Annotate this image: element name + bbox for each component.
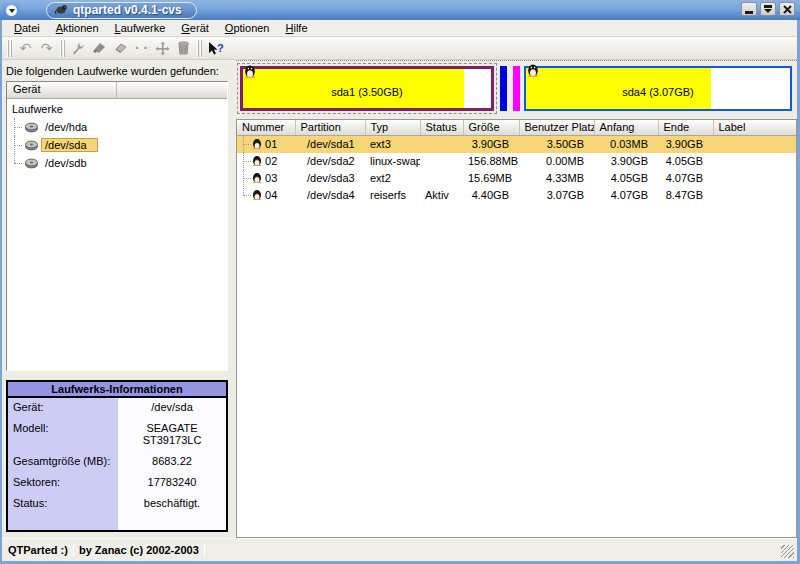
info-value-sektoren: 17783240 [118,473,226,494]
table-row[interactable]: 03 /dev/sda3 ext2 15.69MB 4.33MB 4.05GB … [237,170,796,187]
table-row[interactable]: 02 /dev/sda2 linux-swap 156.88MB 0.00MB … [237,153,796,170]
qtparted-window: qtparted v0.4.1-cvs Datei Aktionen Laufw… [0,0,800,564]
device-panel: Die folgenden Laufwerke wurden gefunden:… [2,60,230,538]
menu-aktionen[interactable]: Aktionen [50,21,105,35]
menubar: Datei Aktionen Laufwerke Gerät Optionen … [2,20,797,37]
statusbar-app-text: QTParted :) [8,544,68,556]
table-header-row: Nummer Partition Typ Status Größe Benutz… [237,120,796,135]
undo-button[interactable]: ↶ [15,39,36,58]
info-label-geraet: Gerät: [8,398,118,419]
col-partition[interactable]: Partition [295,120,365,135]
toolbar-grip[interactable] [60,40,65,57]
col-label[interactable]: Label [713,120,796,135]
col-groesse[interactable]: Größe [463,120,519,135]
info-label-modell: Modell: [8,419,118,452]
move-icon [155,41,170,56]
svg-text:?: ? [217,42,224,54]
partition-bar-sda3[interactable] [513,66,520,111]
partition-panel: sda1 (3.50GB) sda4 (3.07GB) [236,60,797,538]
info-label-status: Status: [8,494,118,515]
trash-button[interactable] [173,39,194,58]
qtparted-app-icon [55,3,68,17]
dots-icon: · · [135,40,148,56]
maximize-button[interactable] [760,2,776,16]
device-tree-header: Gerät [7,82,227,99]
menu-datei[interactable]: Datei [8,21,46,35]
redo-icon: ↷ [41,40,53,56]
tree-item-dev-hda[interactable]: /dev/hda [10,118,227,136]
window-menu-button[interactable] [3,3,20,18]
toolbar: ↶ ↷ · · ? [2,37,797,60]
drive-info-title: Laufwerks-Informationen [8,382,226,398]
window-title: qtparted v0.4.1-cvs [73,3,182,17]
found-drives-label: Die folgenden Laufwerke wurden gefunden: [2,60,230,81]
partition-bar-sda2[interactable] [500,66,507,111]
drive-info-panel: Laufwerks-Informationen Gerät: /dev/sda … [6,380,228,532]
col-ende[interactable]: Ende [658,120,713,135]
table-row[interactable]: 01 /dev/sda1 ext3 3.90GB 3.50GB 0.03MB 3… [237,135,796,153]
col-status[interactable]: Status [420,120,463,135]
minimize-icon [745,11,753,14]
col-typ[interactable]: Typ [365,120,420,135]
col-benutzer-platz[interactable]: Benutzer Platz [519,120,594,135]
menu-laufwerke[interactable]: Laufwerke [109,21,172,35]
info-value-modell: SEAGATE ST39173LC [118,419,226,452]
titlebar[interactable]: qtparted v0.4.1-cvs [0,0,800,20]
partition-bar-label: sda1 (3.50GB) [331,86,403,98]
create-button[interactable] [89,39,110,58]
partition-bar-label: sda4 (3.07GB) [622,86,694,98]
eraser-icon [113,42,128,54]
tree-item-dev-sdb[interactable]: /dev/sdb [10,154,227,172]
menu-geraet[interactable]: Gerät [175,21,215,35]
trash-icon [177,41,190,55]
wrench-icon [71,41,86,56]
tux-icon [252,137,262,152]
whats-this-button[interactable]: ? [205,39,226,58]
info-value-status: beschäftigt. [118,494,226,515]
tux-icon [252,171,262,186]
tree-root-laufwerke[interactable]: Laufwerke [10,100,227,118]
partition-bar-sda1[interactable]: sda1 (3.50GB) [240,66,494,111]
main-content: Die folgenden Laufwerke wurden gefunden:… [2,60,797,538]
disk-icon [24,138,39,153]
resize-button[interactable]: · · [131,39,152,58]
redo-button[interactable]: ↷ [36,39,57,58]
info-label-sektoren: Sektoren: [8,473,118,494]
tux-icon [252,188,262,203]
toolbar-grip[interactable] [197,40,202,57]
close-button[interactable] [779,2,795,16]
partition-bar-sda4[interactable]: sda4 (3.07GB) [524,66,792,111]
info-label-gesamtgroesse: Gesamtgröße (MB): [8,452,118,473]
statusbar-credit-text: by Zanac (c) 2002-2003 [79,544,199,556]
tux-icon [244,64,256,80]
device-tree-header-geraet[interactable]: Gerät [7,82,117,98]
device-tree-header-stub [117,82,227,98]
resize-grip[interactable] [781,545,794,558]
close-icon [783,5,792,14]
tux-icon [252,154,262,169]
delete-button[interactable] [110,39,131,58]
info-value-geraet: /dev/sda [118,398,226,419]
title-capsule: qtparted v0.4.1-cvs [46,2,197,19]
statusbar: QTParted :) by Zanac (c) 2002-2003 [2,538,797,561]
disk-icon [24,120,39,135]
table-row[interactable]: 04 /dev/sda4 reiserfs Aktiv 4.40GB 3.07G… [237,187,796,204]
device-tree: Gerät Laufwerke /dev/hda [6,81,228,371]
window-menu-icon [6,5,17,16]
partition-table: Nummer Partition Typ Status Größe Benutz… [236,119,797,538]
toolbar-grip[interactable] [7,40,12,57]
disk-graphic-view: sda1 (3.50GB) sda4 (3.07GB) [236,60,797,117]
bucket-icon [92,41,107,55]
property-button[interactable] [68,39,89,58]
move-button[interactable] [152,39,173,58]
tree-item-dev-sda[interactable]: /dev/sda [10,136,227,154]
col-nummer[interactable]: Nummer [237,120,295,135]
info-value-gesamtgroesse: 8683.22 [118,452,226,473]
tux-icon [527,63,539,79]
selected-device: /dev/sda [41,138,98,152]
col-anfang[interactable]: Anfang [594,120,658,135]
help-pointer-icon: ? [207,41,224,56]
menu-optionen[interactable]: Optionen [219,21,276,35]
minimize-button[interactable] [741,2,757,16]
menu-hilfe[interactable]: Hilfe [279,21,313,35]
